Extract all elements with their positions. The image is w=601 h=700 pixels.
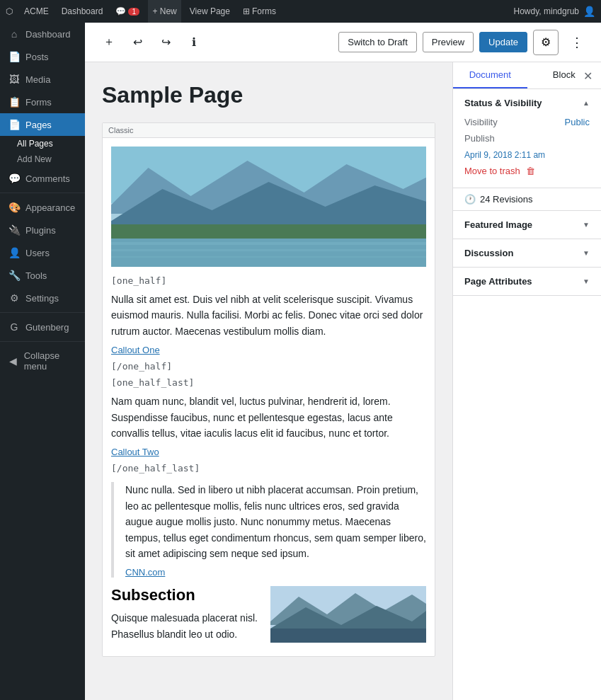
callout-two-link[interactable]: Callout Two — [111, 447, 159, 457]
sidebar-item-forms[interactable]: 📋 Forms — [0, 91, 85, 113]
comments-badge: 1 — [128, 8, 139, 16]
move-to-trash-link[interactable]: Move to trash — [464, 166, 520, 176]
blockquote: Nunc nulla. Sed in libero ut nibh placer… — [111, 482, 426, 578]
publish-date[interactable]: April 9, 2018 2:11 am — [464, 150, 545, 160]
all-pages-label: All Pages — [17, 139, 53, 149]
shortcode-one-half: [one_half] — [111, 275, 426, 286]
collapse-label: Collapse menu — [24, 350, 76, 372]
settings-button[interactable]: ⚙ — [533, 30, 559, 55]
forms-icon: 📋 — [8, 96, 20, 108]
sidebar-item-appearance[interactable]: 🎨 Appearance — [0, 196, 85, 219]
publish-row: Publish — [464, 133, 590, 144]
sidebar-item-settings[interactable]: ⚙ Settings — [0, 287, 85, 309]
sidebar-item-comments[interactable]: 💬 Comments — [0, 167, 85, 190]
subsection-body: Quisque malesuada placerat nisl. Phasell… — [111, 610, 259, 642]
paragraph-1: Nulla sit amet est. Duis vel nibh at vel… — [111, 292, 426, 339]
forms-icon: ⊞ — [243, 6, 250, 16]
tab-document[interactable]: Document — [453, 62, 527, 88]
sidebar-label-forms: Forms — [25, 97, 52, 108]
gutenberg-icon: G — [8, 321, 20, 333]
pages-icon: 📄 — [8, 119, 20, 130]
update-button[interactable]: Update — [479, 32, 527, 52]
info-button[interactable]: ℹ — [181, 30, 207, 55]
media-icon: 🖼 — [8, 74, 20, 85]
editor-toolbar: ＋ ↩ ↪ ℹ Switch to Draft Preview Update ⚙… — [85, 23, 601, 62]
admin-bar-forms[interactable]: ⊞ Forms — [239, 0, 280, 23]
posts-icon: 📄 — [8, 51, 20, 62]
preview-button[interactable]: Preview — [423, 32, 474, 52]
sidebar-label-posts: Posts — [25, 52, 49, 62]
shortcode-one-half-close: [/one_half] — [111, 361, 426, 372]
add-new-label: Add New — [17, 154, 52, 164]
paragraph-2: Nam quam nunc, blandit vel, luctus pulvi… — [111, 394, 426, 441]
discussion-chevron: ▼ — [583, 249, 590, 257]
status-visibility-title: Status & Visibility — [464, 98, 542, 108]
status-visibility-section: Status & Visibility ▲ Visibility Public … — [453, 89, 601, 188]
svg-rect-6 — [111, 242, 426, 245]
page-attributes-section: Page Attributes ▼ — [453, 268, 601, 296]
sidebar-item-gutenberg[interactable]: G Gutenberg — [0, 316, 85, 338]
cnn-link[interactable]: CNN.com — [125, 567, 165, 578]
publish-label: Publish — [464, 133, 495, 144]
revisions-row[interactable]: 🕐 24 Revisions — [453, 188, 601, 211]
svg-rect-12 — [270, 629, 426, 643]
sidebar-label-comments: Comments — [25, 173, 70, 184]
sidebar-item-pages[interactable]: 📄 Pages — [0, 113, 85, 136]
admin-bar-view-page[interactable]: View Page — [185, 0, 234, 23]
status-visibility-header[interactable]: Status & Visibility ▲ — [453, 89, 601, 117]
admin-bar-comments[interactable]: 💬 1 — [111, 0, 144, 23]
panel-close-button[interactable]: ✕ — [580, 66, 595, 85]
sidebar-item-dashboard[interactable]: ⌂ Dashboard — [0, 23, 85, 45]
admin-bar-site[interactable]: ACME — [20, 0, 53, 23]
collapse-icon: ◀ — [8, 355, 18, 367]
classic-content: [one_half] Nulla sit amet est. Duis vel … — [103, 138, 435, 656]
admin-bar-site-name: ACME — [24, 6, 49, 16]
page-title-input[interactable] — [102, 79, 435, 111]
revisions-clock-icon: 🕐 — [464, 194, 476, 205]
admin-bar-dashboard[interactable]: Dashboard — [57, 0, 108, 23]
sidebar-item-media[interactable]: 🖼 Media — [0, 68, 85, 91]
sidebar-label-pages: Pages — [25, 120, 52, 130]
tools-icon: 🔧 — [8, 270, 20, 281]
undo-button[interactable]: ↩ — [125, 30, 150, 55]
subsection-title: Subsection — [111, 586, 259, 604]
sidebar-label-tools: Tools — [25, 270, 47, 281]
lake-image — [111, 147, 426, 267]
dashboard-icon: ⌂ — [8, 28, 20, 40]
status-visibility-content: Visibility Public Publish April 9, 2018 … — [453, 117, 601, 188]
visibility-label: Visibility — [464, 117, 498, 127]
page-attributes-header[interactable]: Page Attributes ▼ — [453, 268, 601, 295]
switch-to-draft-button[interactable]: Switch to Draft — [338, 32, 417, 52]
svg-rect-8 — [111, 256, 426, 258]
callout-one-link[interactable]: Callout One — [111, 345, 160, 355]
new-label: + New — [152, 6, 176, 16]
discussion-section: Discussion ▼ — [453, 239, 601, 268]
admin-bar-new[interactable]: + New — [148, 0, 181, 23]
editor-main: Classic — [85, 62, 452, 700]
redo-button[interactable]: ↪ — [153, 30, 178, 55]
discussion-header[interactable]: Discussion ▼ — [453, 239, 601, 267]
sidebar-label-gutenberg: Gutenberg — [25, 322, 69, 333]
sidebar-item-users[interactable]: 👤 Users — [0, 241, 85, 264]
sidebar-collapse-menu[interactable]: ◀ Collapse menu — [0, 345, 85, 377]
page-attributes-chevron: ▼ — [583, 277, 590, 285]
more-options-button[interactable]: ⋮ — [564, 30, 590, 55]
sidebar-label-users: Users — [25, 248, 50, 258]
add-block-button[interactable]: ＋ — [96, 30, 122, 55]
view-page-label: View Page — [190, 6, 230, 16]
sidebar-item-plugins[interactable]: 🔌 Plugins — [0, 219, 85, 241]
featured-image-header[interactable]: Featured Image ▼ — [453, 211, 601, 239]
visibility-value[interactable]: Public — [565, 117, 590, 127]
classic-label: Classic — [103, 123, 435, 138]
sidebar-sub-add-new[interactable]: Add New — [0, 151, 85, 167]
visibility-row: Visibility Public — [464, 117, 590, 127]
sidebar-item-tools[interactable]: 🔧 Tools — [0, 264, 85, 287]
sidebar-item-posts[interactable]: 📄 Posts — [0, 45, 85, 68]
sidebar-sub-all-pages[interactable]: All Pages — [0, 136, 85, 151]
classic-block: Classic — [102, 122, 435, 657]
trash-icon: 🗑 — [526, 166, 535, 176]
howdy-text: Howdy, mindgrub — [514, 6, 579, 16]
subsection-text: Subsection Quisque malesuada placerat ni… — [111, 586, 259, 648]
editor-area: ＋ ↩ ↪ ℹ Switch to Draft Preview Update ⚙… — [85, 23, 601, 700]
settings-icon: ⚙ — [8, 292, 20, 304]
